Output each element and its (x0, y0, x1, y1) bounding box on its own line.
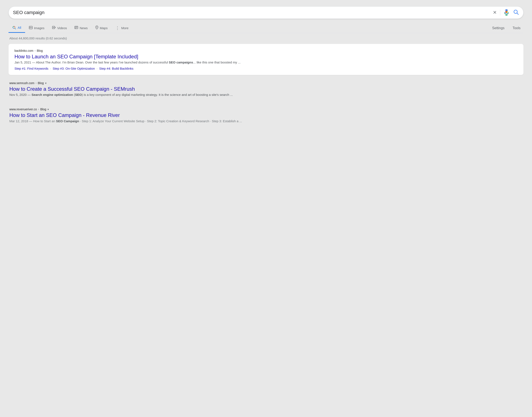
result-1-site-line: backlinko.com › Blog (14, 49, 518, 52)
clear-search-icon[interactable]: ✕ (493, 10, 497, 15)
nav-right: Settings Tools (489, 24, 523, 32)
tab-more-label: More (121, 26, 129, 30)
search-nav-tabs: All Images Videos (9, 23, 523, 33)
search-input-text[interactable]: SEO campaign (13, 10, 493, 15)
tab-maps-label: Maps (100, 26, 108, 30)
svg-marker-20 (55, 27, 56, 28)
result-1-snippet-text2: ... like this one that boosted my ... (193, 61, 241, 64)
tab-all-label: All (18, 26, 21, 29)
result-1-sublink-2[interactable]: Step #3: On-Site Optimization (52, 67, 95, 70)
result-3-snippet-date: Mar 12, 2018 (9, 119, 28, 123)
news-tab-icon (74, 26, 78, 30)
divider (500, 10, 500, 16)
result-1-site: backlinko.com (14, 49, 33, 52)
result-1-breadcrumb: Blog (37, 49, 43, 52)
result-1-snippet: Jan 5, 2021 — About The Author. I'm Bria… (14, 60, 518, 65)
result-2-site-line: www.semrush.com › Blog ▾ (9, 81, 523, 85)
sublink-sep-1: · (50, 67, 51, 70)
settings-button[interactable]: Settings (489, 24, 508, 32)
result-1-sublink-1[interactable]: Step #1: Find Keywords (14, 67, 48, 70)
result-1-snippet-text: — About The Author. I'm Brian Dean. Over… (31, 61, 169, 64)
search-bar: SEO campaign ✕ (9, 6, 523, 19)
mic-icon[interactable] (504, 9, 510, 16)
more-tab-icon: ⋮ (115, 26, 120, 30)
svg-point-18 (30, 27, 30, 28)
search-submit-icon[interactable] (513, 9, 519, 16)
all-tab-icon (12, 26, 16, 30)
search-result-3: www.revenueriver.co › Blog ▾ How to Star… (9, 103, 523, 129)
result-2-breadcrumb-arrow: › (36, 82, 36, 84)
svg-line-12 (517, 13, 518, 14)
tab-more[interactable]: ⋮ More (111, 24, 132, 32)
svg-line-16 (15, 28, 16, 29)
result-1-sublinks: Step #1: Find Keywords · Step #3: On-Sit… (14, 67, 518, 70)
search-result-1: backlinko.com › Blog How to Launch an SE… (9, 44, 523, 75)
tab-videos[interactable]: Videos (48, 24, 71, 32)
tab-images-label: Images (34, 26, 44, 30)
result-2-snippet: Nov 5, 2020 — Search engine optimization… (9, 92, 523, 97)
svg-marker-21 (53, 27, 54, 28)
search-bar-icons: ✕ (493, 9, 519, 16)
result-2-site: www.semrush.com (9, 81, 34, 85)
tab-maps[interactable]: Maps (91, 23, 111, 33)
tab-all[interactable]: All (9, 24, 25, 33)
tab-news[interactable]: News (71, 24, 91, 32)
result-1-snippet-date: Jan 5, 2021 (14, 61, 31, 64)
result-3-title[interactable]: How to Start an SEO Campaign - Revenue R… (9, 112, 120, 118)
results-count: About 44,600,000 results (0.62 seconds) (9, 36, 523, 40)
images-tab-icon (29, 26, 32, 30)
result-2-title[interactable]: How to Create a Successful SEO Campaign … (9, 86, 135, 92)
videos-tab-icon (52, 26, 56, 30)
search-result-2: www.semrush.com › Blog ▾ How to Create a… (9, 77, 523, 103)
tab-videos-label: Videos (57, 26, 67, 30)
result-3-breadcrumb-arrow: › (38, 108, 39, 111)
result-1-snippet-bold: SEO campaigns (169, 61, 193, 64)
result-3-breadcrumb: Blog (40, 108, 46, 111)
result-3-site: www.revenueriver.co (9, 108, 37, 111)
result-2-snippet-date: Nov 5, 2020 (9, 93, 27, 96)
result-1-sublink-3[interactable]: Step #4: Build Backlinks (99, 67, 133, 70)
sublink-sep-2: · (97, 67, 98, 70)
svg-point-26 (96, 27, 97, 28)
tab-images[interactable]: Images (25, 24, 48, 32)
result-3-site-line: www.revenueriver.co › Blog ▾ (9, 108, 523, 111)
result-1-title[interactable]: How to Launch an SEO Campaign [Template … (14, 54, 138, 59)
maps-tab-icon (95, 26, 98, 30)
result-2-snippet-bold: Search engine optimization (31, 93, 73, 96)
result-1-breadcrumb-arrow: › (35, 49, 36, 52)
tab-news-label: News (80, 26, 88, 30)
result-3-snippet: Mar 12, 2018 — How to Start an SEO Campa… (9, 119, 523, 124)
result-2-dropdown-icon[interactable]: ▾ (45, 82, 47, 85)
tools-button[interactable]: Tools (510, 24, 523, 32)
svg-rect-8 (506, 9, 508, 11)
result-3-dropdown-icon[interactable]: ▾ (48, 108, 49, 111)
result-2-breadcrumb: Blog (38, 81, 44, 85)
